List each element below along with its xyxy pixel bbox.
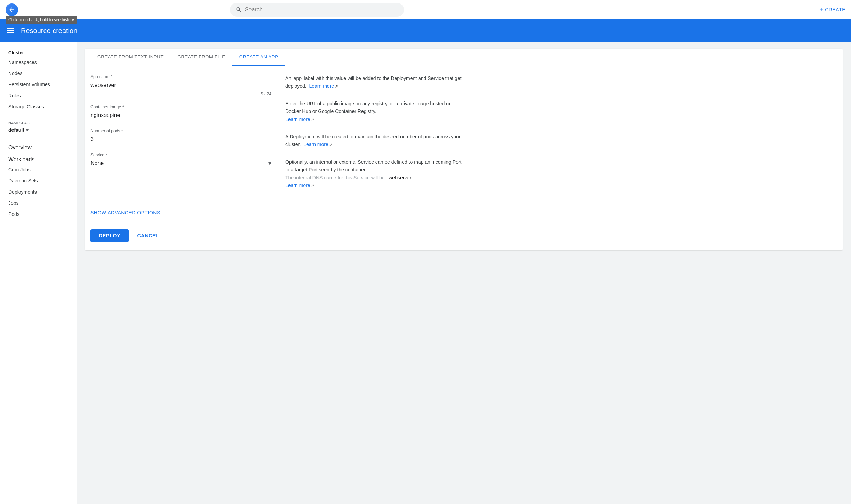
app-name-group: App name * 9 / 24 (90, 74, 271, 96)
sidebar-divider (0, 115, 77, 115)
form-info: An 'app' label with this value will be a… (285, 74, 466, 199)
sidebar-item-deployments[interactable]: Deployments (0, 186, 77, 197)
app-label-learn-more-link[interactable]: Learn more (309, 83, 334, 89)
cancel-button[interactable]: CANCEL (134, 229, 162, 242)
tabs-bar: CREATE FROM TEXT INPUT CREATE FROM FILE … (85, 49, 843, 66)
container-image-group: Container image * (90, 105, 271, 120)
namespace-label: Namespace (8, 121, 68, 125)
service-dns-name: webserver (389, 175, 411, 180)
sidebar-item-pods[interactable]: Pods (0, 209, 77, 220)
hamburger-menu[interactable] (7, 28, 14, 33)
app-name-label: App name * (90, 74, 271, 79)
num-pods-group: Number of pods * (90, 129, 271, 144)
tab-create-from-text-input[interactable]: CREATE FROM TEXT INPUT (90, 49, 170, 66)
back-tooltip: Click to go back, hold to see history (6, 16, 77, 24)
back-button[interactable] (6, 3, 18, 16)
sidebar-item-overview[interactable]: Overview (0, 142, 77, 154)
service-info: Optionally, an internal or external Serv… (285, 158, 466, 189)
pods-info: A Deployment will be created to maintain… (285, 133, 466, 148)
app-name-input[interactable] (90, 81, 271, 90)
container-learn-more-link[interactable]: Learn more (285, 116, 310, 122)
sidebar-item-nodes[interactable]: Nodes (0, 68, 77, 79)
workloads-section-title: Workloads (0, 154, 77, 164)
service-group: Service * None Internal External ▾ (90, 153, 271, 168)
sidebar-item-persistent-volumes[interactable]: Persistent Volumes (0, 79, 77, 90)
pods-learn-more-link[interactable]: Learn more (303, 141, 328, 147)
external-link-icon-3: ↗ (329, 142, 333, 147)
sidebar-item-roles[interactable]: Roles (0, 90, 77, 101)
show-advanced-button[interactable]: SHOW ADVANCED OPTIONS (90, 207, 160, 218)
form-area: App name * 9 / 24 Container image * Numb… (85, 66, 843, 207)
namespace-select[interactable]: default ▾ (8, 127, 68, 133)
main-card: CREATE FROM TEXT INPUT CREATE FROM FILE … (85, 49, 843, 250)
namespace-value: default (8, 127, 24, 133)
service-label: Service * (90, 153, 271, 157)
container-info: Enter the URL of a public image on any r… (285, 100, 466, 123)
plus-icon: + (819, 6, 824, 14)
content-area: CREATE FROM TEXT INPUT CREATE FROM FILE … (77, 42, 851, 504)
page-title: Resource creation (21, 27, 77, 35)
sidebar: Cluster Namespaces Nodes Persistent Volu… (0, 42, 77, 504)
sidebar-item-storage-classes[interactable]: Storage Classes (0, 101, 77, 112)
cluster-section-title: Cluster (0, 47, 77, 57)
app-name-info: An 'app' label with this value will be a… (285, 74, 466, 90)
service-select-wrapper: None Internal External ▾ (90, 159, 271, 168)
container-text: Enter the URL of a public image on any r… (285, 101, 452, 114)
char-count: 9 / 24 (90, 91, 271, 96)
container-image-label: Container image * (90, 105, 271, 109)
service-select[interactable]: None Internal External (90, 159, 271, 168)
sidebar-divider-2 (0, 139, 77, 139)
external-link-icon-2: ↗ (311, 117, 315, 122)
deploy-button[interactable]: DEPLOY (90, 229, 129, 242)
page-header: Resource creation (0, 19, 851, 42)
service-text: Optionally, an internal or external Serv… (285, 159, 461, 172)
action-buttons: DEPLOY CANCEL (90, 229, 837, 242)
sidebar-item-cron-jobs[interactable]: Cron Jobs (0, 164, 77, 175)
tab-create-from-file[interactable]: CREATE FROM FILE (170, 49, 232, 66)
sidebar-item-daemon-sets[interactable]: Daemon Sets (0, 175, 77, 186)
namespace-section: Namespace default ▾ (0, 118, 77, 136)
container-image-input[interactable] (90, 111, 271, 120)
search-bar (230, 3, 404, 17)
service-learn-more-link[interactable]: Learn more (285, 182, 310, 188)
top-navigation: Click to go back, hold to see history + … (0, 0, 851, 19)
tab-create-an-app[interactable]: CREATE AN APP (232, 49, 285, 66)
external-link-icon-4: ↗ (311, 183, 315, 188)
sidebar-item-namespaces[interactable]: Namespaces (0, 57, 77, 68)
sidebar-item-jobs[interactable]: Jobs (0, 197, 77, 209)
search-input[interactable] (245, 7, 398, 13)
external-link-icon: ↗ (335, 84, 338, 89)
num-pods-input[interactable] (90, 135, 271, 144)
dns-note-text: The internal DNS name for this Service w… (285, 175, 386, 180)
form-inputs: App name * 9 / 24 Container image * Numb… (90, 74, 271, 199)
chevron-down-icon: ▾ (26, 127, 29, 133)
back-button-area: Click to go back, hold to see history (6, 3, 18, 16)
create-button[interactable]: + CREATE (819, 6, 845, 14)
main-layout: Cluster Namespaces Nodes Persistent Volu… (0, 42, 851, 504)
bottom-section: SHOW ADVANCED OPTIONS DEPLOY CANCEL (85, 207, 843, 250)
num-pods-label: Number of pods * (90, 129, 271, 133)
search-icon (236, 6, 242, 13)
